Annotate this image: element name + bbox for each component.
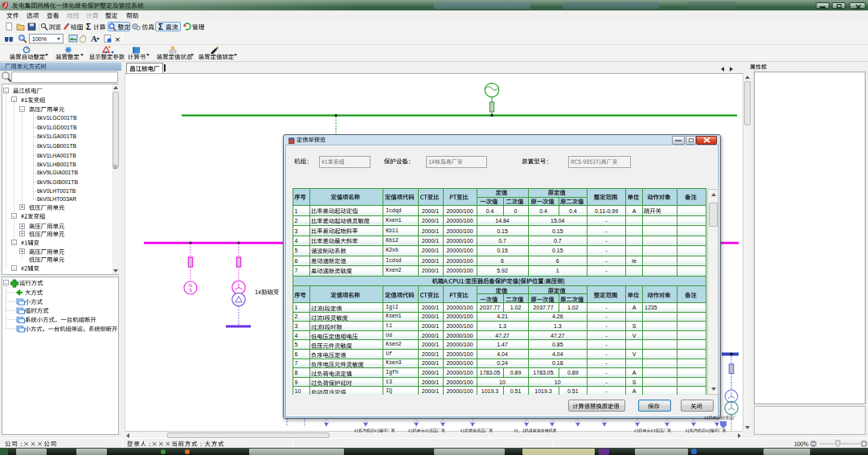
svg-text:S: S <box>189 288 192 293</box>
